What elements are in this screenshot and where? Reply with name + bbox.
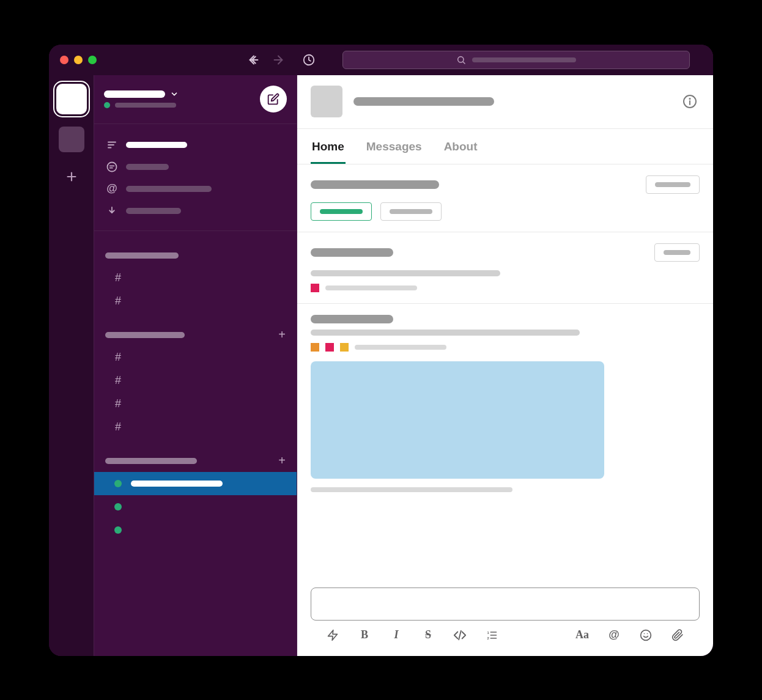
channel-item[interactable]: # bbox=[94, 369, 297, 392]
channel-item[interactable]: # bbox=[94, 416, 297, 439]
channel-label bbox=[131, 355, 216, 361]
block-title bbox=[311, 180, 439, 189]
app-title bbox=[353, 97, 494, 106]
tab-home[interactable]: Home bbox=[311, 129, 346, 164]
history-button[interactable] bbox=[298, 50, 319, 70]
message-input[interactable] bbox=[311, 588, 700, 621]
user-status[interactable] bbox=[104, 102, 179, 108]
attach-button[interactable] bbox=[669, 627, 686, 644]
tab-about[interactable]: About bbox=[443, 129, 479, 164]
presence-dot bbox=[104, 102, 110, 108]
presence-dot bbox=[114, 503, 122, 510]
chip-primary[interactable] bbox=[311, 202, 372, 221]
strikethrough-button[interactable]: S bbox=[420, 627, 437, 644]
button-label bbox=[655, 182, 690, 187]
italic-button[interactable]: I bbox=[388, 627, 405, 644]
channel-label bbox=[131, 275, 210, 281]
svg-line-15 bbox=[459, 630, 461, 639]
divider bbox=[94, 230, 297, 231]
legend-swatch-red bbox=[311, 284, 319, 292]
workspace-2[interactable] bbox=[59, 127, 84, 152]
channel-item[interactable]: # bbox=[94, 267, 297, 290]
search-bar[interactable] bbox=[342, 51, 690, 69]
main-pane: Home Messages About bbox=[297, 75, 713, 656]
channel-label bbox=[131, 424, 192, 430]
block-action-button[interactable] bbox=[646, 175, 700, 194]
plus-icon bbox=[65, 170, 78, 183]
format-toggle-button[interactable]: Aa bbox=[574, 627, 591, 644]
sidebar-section-b-header[interactable]: + bbox=[94, 324, 297, 346]
button-label bbox=[664, 250, 690, 255]
add-workspace-button[interactable] bbox=[59, 164, 84, 189]
sidebar-item-threads[interactable] bbox=[94, 156, 297, 178]
tab-bar: Home Messages About bbox=[297, 129, 713, 164]
workspace-1[interactable] bbox=[56, 84, 87, 114]
chip-label bbox=[320, 209, 363, 214]
add-dm-button[interactable]: + bbox=[278, 454, 286, 468]
search-icon bbox=[456, 55, 466, 65]
code-icon bbox=[453, 628, 467, 642]
channel-item[interactable]: # bbox=[94, 346, 297, 369]
dm-item[interactable] bbox=[94, 518, 297, 542]
dm-label bbox=[131, 504, 198, 510]
emoji-button[interactable] bbox=[637, 627, 654, 644]
block-title bbox=[311, 315, 393, 323]
block-action-button[interactable] bbox=[654, 243, 700, 262]
sidebar: @ # # bbox=[94, 75, 297, 656]
workspace-switcher[interactable] bbox=[104, 90, 179, 98]
sidebar-section-c-header[interactable]: + bbox=[94, 450, 297, 472]
channel-item[interactable]: # bbox=[94, 392, 297, 416]
svg-text:2: 2 bbox=[487, 636, 490, 639]
code-button[interactable] bbox=[451, 627, 468, 644]
back-button[interactable] bbox=[243, 50, 264, 70]
channel-label bbox=[131, 298, 204, 304]
svg-text:1: 1 bbox=[487, 630, 490, 634]
legend-swatch-orange bbox=[311, 343, 319, 352]
sidebar-item-more[interactable] bbox=[94, 200, 297, 222]
search-placeholder bbox=[472, 57, 576, 62]
chip-secondary[interactable] bbox=[380, 202, 442, 221]
sort-icon bbox=[105, 139, 119, 150]
composer-area: B I S 12 Aa @ bbox=[297, 588, 713, 656]
workspace-name bbox=[104, 90, 165, 98]
mention-button[interactable]: @ bbox=[605, 627, 623, 644]
sidebar-section-a-header[interactable] bbox=[94, 245, 297, 267]
legend-swatch-yellow bbox=[340, 343, 349, 352]
list-button[interactable]: 12 bbox=[483, 627, 500, 644]
sidebar-item-label bbox=[126, 186, 212, 192]
minimize-window-button[interactable] bbox=[74, 56, 83, 64]
info-icon bbox=[682, 94, 697, 109]
lightning-icon bbox=[327, 629, 339, 641]
dm-item-selected[interactable] bbox=[94, 472, 297, 495]
forward-button[interactable] bbox=[268, 50, 289, 70]
shortcuts-button[interactable] bbox=[324, 627, 341, 644]
hash-icon: # bbox=[113, 351, 124, 364]
chip-label bbox=[390, 209, 432, 214]
bold-button[interactable]: B bbox=[356, 627, 373, 644]
close-window-button[interactable] bbox=[60, 56, 68, 64]
hash-icon: # bbox=[113, 421, 124, 433]
sidebar-item-sort[interactable] bbox=[94, 134, 297, 156]
nav-arrows bbox=[243, 50, 319, 70]
maximize-window-button[interactable] bbox=[88, 56, 97, 64]
channel-item[interactable]: # bbox=[94, 290, 297, 313]
section-title bbox=[105, 252, 179, 259]
tab-messages[interactable]: Messages bbox=[365, 129, 423, 164]
sidebar-item-label bbox=[126, 142, 187, 148]
legend-swatch-red bbox=[325, 343, 334, 352]
sidebar-top-nav: @ bbox=[94, 124, 297, 222]
presence-dot bbox=[114, 480, 122, 487]
add-channel-button[interactable]: + bbox=[278, 328, 286, 342]
user-name bbox=[115, 103, 176, 108]
chevron-down-icon bbox=[170, 90, 179, 98]
legend-row bbox=[311, 284, 700, 292]
compose-button[interactable] bbox=[260, 86, 287, 112]
sidebar-item-mentions[interactable]: @ bbox=[94, 178, 297, 200]
dm-label bbox=[131, 527, 204, 533]
sidebar-item-label bbox=[126, 164, 169, 170]
hash-icon: # bbox=[113, 374, 124, 387]
dm-item[interactable] bbox=[94, 495, 297, 518]
text-line bbox=[311, 270, 500, 276]
content-block-2 bbox=[297, 232, 713, 304]
info-button[interactable] bbox=[680, 92, 700, 111]
